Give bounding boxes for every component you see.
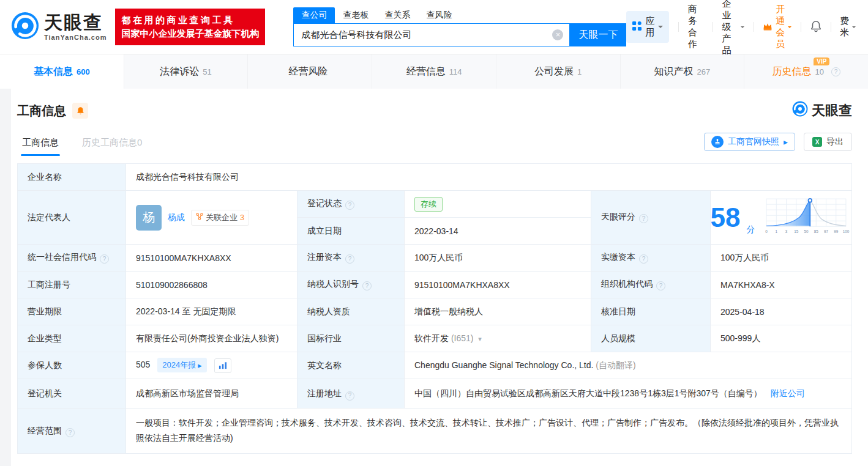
help-icon[interactable]: ? bbox=[656, 281, 665, 290]
subtab-history-business-info[interactable]: 历史工商信息0 bbox=[77, 137, 147, 156]
approval-date-value: 2025-04-18 bbox=[711, 298, 852, 325]
clear-search-icon[interactable]: × bbox=[552, 29, 563, 40]
legal-rep-label: 法定代表人 bbox=[18, 191, 126, 245]
tianyancha-logo-icon bbox=[11, 12, 39, 42]
tab-company-development[interactable]: 公司发展 1 bbox=[496, 54, 620, 89]
search-tab-relation[interactable]: 查关系 bbox=[376, 7, 418, 23]
establish-date-label: 成立日期 bbox=[297, 218, 405, 245]
chevron-down-icon bbox=[788, 26, 791, 30]
org-code-value: MA7KHXA8-X bbox=[711, 272, 852, 298]
related-companies-count: 3 bbox=[240, 213, 244, 222]
help-icon[interactable]: ? bbox=[362, 281, 372, 290]
search-button[interactable]: 天眼一下 bbox=[570, 23, 626, 46]
business-scope-label: 经营范围? bbox=[18, 409, 126, 453]
tab-legal-proceedings[interactable]: 法律诉讼 51 bbox=[124, 54, 248, 89]
row-business-scope: 经营范围? 一般项目：软件开发；企业管理咨询；技术服务、技术开发、技术咨询、技术… bbox=[18, 409, 852, 453]
notification-bell-icon[interactable] bbox=[810, 20, 821, 34]
credit-code-label: 统一社会信用代码? bbox=[18, 245, 126, 272]
logo-text: 天眼查 bbox=[44, 13, 107, 32]
score-axis-tick: 99 bbox=[834, 229, 839, 234]
help-icon[interactable]: ? bbox=[65, 428, 75, 437]
enterprise-label: 企业级产品 bbox=[722, 0, 738, 56]
tab-label: 法律诉讼 bbox=[160, 65, 199, 78]
crown-icon bbox=[763, 22, 773, 32]
taxpayer-quality-value: 增值税一般纳税人 bbox=[405, 298, 591, 325]
search-input[interactable] bbox=[301, 30, 552, 40]
username-label: 费米 bbox=[840, 15, 849, 39]
monitor-bell-icon[interactable] bbox=[72, 103, 88, 119]
help-icon[interactable]: ? bbox=[345, 254, 354, 264]
chevron-down-icon bbox=[852, 26, 856, 30]
company-name-label: 企业名称 bbox=[18, 164, 126, 191]
legal-rep-name-link[interactable]: 杨成 bbox=[168, 212, 185, 223]
nav-open-vip[interactable]: 开通会员 bbox=[763, 4, 791, 50]
score-number: 58 bbox=[711, 204, 741, 231]
insured-trend-chart-button[interactable] bbox=[214, 358, 231, 373]
english-name-label: 英文名称 bbox=[297, 352, 405, 379]
search-tab-company[interactable]: 查公司 bbox=[293, 7, 335, 23]
tab-count: 114 bbox=[449, 67, 462, 76]
official-snapshot-button[interactable]: 工商官网快照 ▸ bbox=[704, 133, 795, 151]
tab-business-info[interactable]: 经营信息 114 bbox=[372, 54, 496, 89]
industry-value[interactable]: 软件开发 (I651) ▾ bbox=[405, 325, 591, 352]
score-axis-tick: 97 bbox=[824, 229, 829, 234]
export-button[interactable]: X 导出 bbox=[804, 133, 852, 151]
nav-user-menu[interactable]: 费米 bbox=[840, 15, 856, 39]
help-icon[interactable]: ? bbox=[345, 201, 354, 210]
section-title: 工商信息 bbox=[17, 103, 66, 119]
help-icon[interactable]: ? bbox=[831, 67, 840, 76]
apps-menu[interactable]: 应用 bbox=[626, 11, 669, 43]
row-legal-rep: 法定代表人 杨 杨成 关联企业 3 登记状态? 存续 天眼评分? bbox=[18, 191, 852, 218]
company-type-value: 有限责任公司(外商投资企业法人独资) bbox=[126, 325, 297, 352]
company-tab-bar: 基本信息 600 法律诉讼 51 经营风险 经营信息 114 公司发展 1 知识… bbox=[0, 54, 868, 89]
english-name-value: Chengdu Guanghe Signal Technology Co., L… bbox=[405, 352, 852, 379]
reg-status-value: 存续 bbox=[405, 191, 591, 218]
row-credit-code: 统一社会信用代码? 91510100MA7KHXA8XX 注册资本? 100万人… bbox=[18, 245, 852, 272]
tab-basic-info[interactable]: 基本信息 600 bbox=[0, 54, 124, 89]
score-unit: 分 bbox=[746, 224, 755, 240]
staff-size-value: 500-999人 bbox=[711, 325, 852, 352]
search-input-box: × bbox=[293, 23, 570, 46]
taxpayer-id-label: 纳税人识别号? bbox=[297, 272, 405, 298]
annual-report-badge[interactable]: 2024年报 ▸ bbox=[157, 358, 206, 372]
tianyancha-logo-icon bbox=[792, 101, 808, 120]
tab-count: 600 bbox=[77, 67, 90, 76]
tab-operational-risk[interactable]: 经营风险 bbox=[247, 54, 372, 89]
tab-count: 10 bbox=[815, 67, 823, 76]
tab-count: 1 bbox=[577, 67, 582, 76]
legal-rep-avatar[interactable]: 杨 bbox=[136, 205, 162, 231]
chevron-down-icon bbox=[741, 26, 744, 30]
tianyancha-logo[interactable]: 天眼查 TianYanCha.com bbox=[11, 12, 107, 42]
help-icon[interactable]: ? bbox=[345, 391, 354, 401]
nearby-companies-link[interactable]: 附近公司 bbox=[771, 388, 805, 398]
row-insured-count: 参保人数 505 2024年报 ▸ 英文名称 Chengdu Guanghe S… bbox=[18, 352, 852, 379]
nav-business-cooperation[interactable]: 商务合作 bbox=[688, 4, 703, 50]
nav-enterprise-products[interactable]: 企业级产品 bbox=[722, 0, 744, 56]
arrow-right-icon: ▸ bbox=[198, 361, 202, 370]
score-axis-tick: 3 bbox=[785, 229, 788, 234]
search-tab-boss[interactable]: 查老板 bbox=[335, 7, 376, 23]
tab-history-info[interactable]: VIP 历史信息 10 ? bbox=[744, 54, 868, 89]
related-companies-badge[interactable]: 关联企业 3 bbox=[191, 210, 249, 226]
org-code-label: 组织机构代码? bbox=[591, 272, 711, 298]
help-icon[interactable]: ? bbox=[100, 254, 109, 264]
industry-code: (I651) bbox=[451, 333, 474, 343]
help-icon[interactable]: ? bbox=[639, 214, 648, 223]
tab-label: 经营信息 bbox=[406, 65, 446, 78]
snapshot-label: 工商官网快照 bbox=[728, 136, 779, 147]
taxpayer-quality-label: 纳税人资质 bbox=[297, 298, 405, 325]
search-tab-risk[interactable]: 查风险 bbox=[418, 7, 460, 23]
score-axis-tick: 15 bbox=[795, 229, 799, 234]
search-area: 查公司 查老板 查关系 查风险 × 天眼一下 bbox=[293, 7, 626, 46]
tab-count: 267 bbox=[697, 67, 711, 76]
score-distribution-chart: 0 1 3 15 50 85 97 99 100 bbox=[761, 195, 851, 240]
chevron-down-icon[interactable]: ▾ bbox=[478, 335, 482, 343]
paid-capital-label: 实缴资本? bbox=[591, 245, 711, 272]
annual-report-label: 2024年报 bbox=[162, 360, 196, 371]
subtab-business-info[interactable]: 工商信息 bbox=[17, 137, 64, 156]
help-icon[interactable]: ? bbox=[639, 254, 648, 264]
business-info-card: 工商信息 天眼查 工商信息 历史工商信息0 工商官网快照 ▸ X 导出 bbox=[11, 89, 868, 466]
tianyancha-watermark: 天眼查 bbox=[792, 101, 852, 120]
tab-intellectual-property[interactable]: 知识产权 267 bbox=[620, 54, 744, 89]
row-reg-authority: 登记机关 成都高新区市场监督管理局 注册地址? 中国（四川）自由贸易试验区成都高… bbox=[18, 379, 852, 409]
